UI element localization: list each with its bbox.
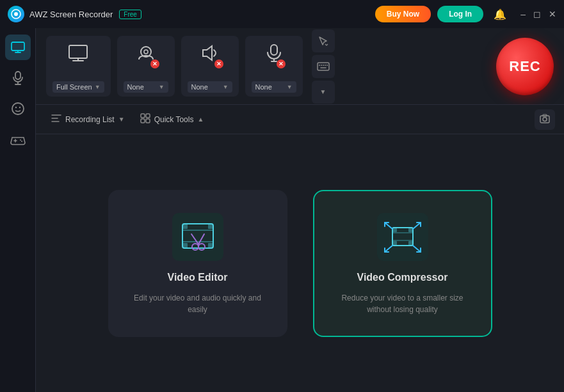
main-layout: Full Screen ▼ ✕ None ▼ bbox=[0, 28, 564, 392]
mic-disabled-badge: ✕ bbox=[277, 59, 286, 68]
controls-bar: Full Screen ▼ ✕ None ▼ bbox=[36, 28, 564, 105]
sidebar-item-audio[interactable] bbox=[5, 65, 31, 91]
svg-line-63 bbox=[413, 246, 421, 252]
screen-select-value: Full Screen bbox=[56, 83, 92, 91]
video-editor-desc: Edit your video and audio quickly and ea… bbox=[127, 292, 268, 315]
rec-button[interactable]: REC bbox=[496, 38, 554, 95]
speaker-control-icon: ✕ bbox=[199, 43, 221, 67]
speaker-select-arrow: ▼ bbox=[223, 84, 229, 90]
recording-list-arrow: ▼ bbox=[118, 116, 125, 123]
svg-rect-21 bbox=[271, 45, 277, 55]
svg-line-51 bbox=[191, 234, 198, 244]
video-editor-title: Video Editor bbox=[168, 272, 228, 283]
title-actions: Buy Now Log In 🔔 – ◻ ✕ bbox=[375, 6, 556, 22]
svg-point-14 bbox=[21, 141, 22, 142]
screen-select[interactable]: Full Screen ▼ bbox=[52, 81, 104, 93]
svg-rect-5 bbox=[15, 72, 20, 79]
svg-line-60 bbox=[385, 223, 392, 229]
mic-select-arrow: ▼ bbox=[287, 84, 293, 90]
speaker-control[interactable]: ✕ None ▼ bbox=[181, 36, 239, 97]
video-editor-icon bbox=[172, 212, 223, 263]
svg-rect-56 bbox=[392, 241, 397, 246]
screen-select-arrow: ▼ bbox=[95, 84, 101, 90]
keyboard-button[interactable] bbox=[312, 55, 335, 78]
screen-control[interactable]: Full Screen ▼ bbox=[46, 36, 111, 97]
svg-rect-38 bbox=[146, 119, 150, 123]
svg-point-50 bbox=[198, 244, 205, 250]
webcam-disabled-badge: ✕ bbox=[150, 59, 159, 68]
svg-rect-15 bbox=[69, 45, 87, 58]
quick-tools-arrow: ▲ bbox=[197, 116, 204, 123]
mic-select-value: None bbox=[255, 83, 272, 91]
svg-rect-39 bbox=[540, 116, 549, 123]
svg-rect-55 bbox=[408, 228, 413, 232]
sidebar-item-screen[interactable] bbox=[5, 35, 31, 60]
svg-rect-57 bbox=[408, 241, 413, 246]
title-bar: AWZ Screen Recorder Free Buy Now Log In … bbox=[0, 0, 564, 28]
free-badge: Free bbox=[119, 10, 141, 19]
speaker-disabled-badge: ✕ bbox=[214, 59, 223, 68]
maximize-button[interactable]: ◻ bbox=[533, 10, 541, 19]
quick-tools-icon bbox=[140, 113, 150, 125]
svg-line-62 bbox=[385, 246, 392, 252]
speaker-select[interactable]: None ▼ bbox=[188, 81, 232, 93]
app-name: AWZ Screen Recorder bbox=[29, 10, 113, 19]
minimize-button[interactable]: – bbox=[520, 10, 526, 19]
svg-rect-35 bbox=[141, 114, 145, 118]
toolbar-row: Recording List ▼ Quick Tools ▲ bbox=[36, 105, 564, 134]
cursor-button[interactable] bbox=[312, 29, 335, 52]
mic-control-icon: ✕ bbox=[265, 43, 283, 67]
video-compressor-icon bbox=[377, 212, 428, 263]
svg-rect-54 bbox=[392, 228, 397, 232]
svg-rect-43 bbox=[182, 224, 188, 229]
more-button[interactable]: ▼ bbox=[312, 81, 335, 104]
video-compressor-desc: Reduce your video to a smaller size with… bbox=[332, 292, 473, 315]
svg-rect-44 bbox=[208, 224, 213, 229]
screenshot-button[interactable] bbox=[535, 109, 555, 130]
svg-rect-46 bbox=[208, 243, 213, 248]
recording-list-label: Recording List bbox=[65, 115, 115, 124]
svg-point-8 bbox=[12, 103, 24, 114]
svg-point-19 bbox=[144, 50, 148, 54]
quick-tools-button[interactable]: Quick Tools ▲ bbox=[134, 110, 211, 129]
login-button[interactable]: Log In bbox=[437, 6, 483, 22]
svg-point-40 bbox=[543, 117, 547, 121]
svg-line-61 bbox=[413, 223, 421, 229]
app-logo bbox=[8, 6, 24, 22]
webcam-control[interactable]: ✕ None ▼ bbox=[117, 36, 175, 97]
recording-list-icon bbox=[51, 114, 61, 125]
window-controls: – ◻ ✕ bbox=[520, 10, 556, 19]
svg-point-10 bbox=[19, 107, 20, 108]
mic-control[interactable]: ✕ None ▼ bbox=[245, 36, 303, 97]
svg-rect-45 bbox=[182, 243, 188, 248]
video-compressor-title: Video Compressor bbox=[357, 272, 448, 283]
bell-icon[interactable]: 🔔 bbox=[494, 8, 506, 20]
recording-list-button[interactable]: Recording List ▼ bbox=[45, 111, 131, 128]
screen-control-icon bbox=[67, 43, 90, 67]
sidebar-item-gamepad[interactable] bbox=[5, 127, 31, 152]
svg-rect-2 bbox=[12, 42, 24, 51]
quick-tools-label: Quick Tools bbox=[154, 115, 194, 124]
svg-rect-24 bbox=[318, 63, 329, 70]
webcam-select[interactable]: None ▼ bbox=[124, 81, 168, 93]
main-content: Video Editor Edit your video and audio q… bbox=[36, 134, 564, 392]
sidebar bbox=[0, 28, 36, 392]
speaker-select-value: None bbox=[191, 83, 208, 91]
svg-rect-36 bbox=[146, 114, 150, 118]
svg-line-52 bbox=[198, 234, 204, 244]
svg-point-9 bbox=[15, 107, 16, 108]
right-controls: ▼ bbox=[312, 29, 335, 104]
webcam-select-value: None bbox=[127, 83, 144, 91]
video-compressor-card[interactable]: Video Compressor Reduce your video to a … bbox=[313, 190, 492, 337]
svg-point-13 bbox=[20, 139, 21, 141]
webcam-select-arrow: ▼ bbox=[159, 84, 165, 90]
close-button[interactable]: ✕ bbox=[549, 10, 556, 19]
mic-select[interactable]: None ▼ bbox=[252, 81, 296, 93]
sidebar-item-face[interactable] bbox=[5, 96, 31, 122]
webcam-control-icon: ✕ bbox=[135, 43, 157, 67]
svg-point-1 bbox=[14, 12, 18, 16]
buy-now-button[interactable]: Buy Now bbox=[375, 6, 431, 22]
video-editor-card[interactable]: Video Editor Edit your video and audio q… bbox=[108, 190, 287, 337]
svg-marker-20 bbox=[203, 46, 212, 60]
svg-point-49 bbox=[192, 244, 198, 250]
